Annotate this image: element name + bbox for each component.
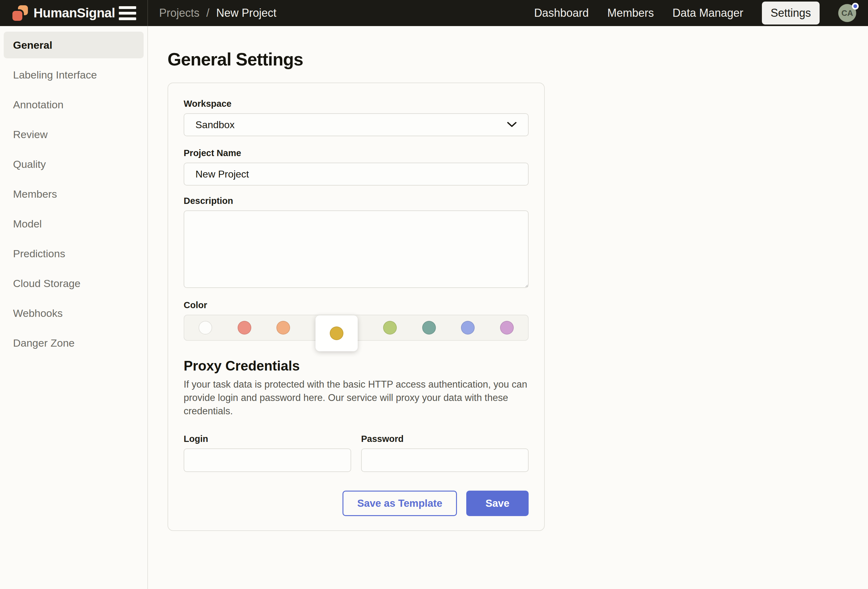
settings-sidebar: General Labeling Interface Annotation Re… [0, 26, 148, 589]
color-label: Color [184, 300, 528, 310]
sidebar-item-review[interactable]: Review [4, 121, 144, 148]
brand-name: HumanSignal [34, 6, 115, 21]
topbar-nav: Dashboard Members Data Manager Settings … [534, 1, 868, 25]
project-name-input[interactable] [184, 163, 528, 186]
password-label: Password [361, 434, 528, 444]
avatar-initials: CA [841, 8, 853, 18]
sidebar-item-webhooks[interactable]: Webhooks [4, 300, 144, 327]
breadcrumb-current: New Project [216, 6, 276, 19]
color-swatch-selected-box[interactable] [316, 315, 358, 351]
workspace-label: Workspace [184, 99, 528, 109]
color-swatch-teal[interactable] [422, 321, 436, 334]
workspace-select-value: Sandbox [195, 119, 235, 131]
workspace-select[interactable]: Sandbox [184, 113, 528, 136]
sidebar-item-general[interactable]: General [4, 32, 144, 58]
sidebar-item-danger-zone[interactable]: Danger Zone [4, 330, 144, 356]
breadcrumb-projects[interactable]: Projects [159, 6, 199, 19]
proxy-credentials-description: If your task data is protected with the … [184, 378, 528, 418]
sidebar-item-quality[interactable]: Quality [4, 151, 144, 178]
save-as-template-button[interactable]: Save as Template [342, 491, 457, 516]
humansignal-logo-icon [12, 5, 28, 21]
color-swatch-yellow-selected[interactable] [330, 327, 343, 340]
sidebar-item-members[interactable]: Members [4, 181, 144, 207]
nav-data-manager[interactable]: Data Manager [673, 6, 743, 19]
password-input[interactable] [361, 448, 528, 472]
sidebar-item-model[interactable]: Model [4, 210, 144, 237]
breadcrumb-separator: / [206, 6, 210, 19]
color-swatch-row [184, 315, 528, 341]
nav-members[interactable]: Members [607, 6, 654, 19]
main-content: General Settings Workspace Sandbox Proje… [148, 26, 868, 589]
menu-icon[interactable] [119, 4, 136, 22]
color-swatch-salmon[interactable] [238, 321, 251, 334]
general-settings-card: Workspace Sandbox Project Name Descripti… [168, 83, 545, 531]
save-button[interactable]: Save [466, 491, 528, 516]
color-swatch-orange[interactable] [276, 321, 290, 334]
topbar-brand-section: HumanSignal [0, 0, 148, 26]
login-input[interactable] [184, 448, 351, 472]
color-swatch-periwinkle[interactable] [461, 321, 475, 334]
login-label: Login [184, 434, 351, 444]
color-swatch-orchid[interactable] [500, 321, 514, 334]
description-textarea[interactable] [184, 210, 528, 288]
nav-dashboard[interactable]: Dashboard [534, 6, 589, 19]
avatar[interactable]: CA [838, 4, 856, 22]
sidebar-item-annotation[interactable]: Annotation [4, 91, 144, 118]
description-label: Description [184, 196, 528, 206]
top-bar: HumanSignal Projects / New Project Dashb… [0, 0, 868, 26]
notification-dot [852, 3, 859, 10]
form-actions: Save as Template Save [184, 491, 528, 516]
project-name-label: Project Name [184, 148, 528, 158]
nav-settings[interactable]: Settings [762, 1, 819, 25]
color-swatch-green[interactable] [383, 321, 397, 334]
color-swatch-white[interactable] [199, 321, 212, 334]
proxy-credentials-title: Proxy Credentials [184, 358, 528, 374]
sidebar-item-labeling-interface[interactable]: Labeling Interface [4, 61, 144, 88]
page-title: General Settings [168, 49, 868, 70]
sidebar-item-predictions[interactable]: Predictions [4, 240, 144, 267]
breadcrumb: Projects / New Project [159, 6, 276, 19]
chevron-down-icon [507, 121, 517, 128]
sidebar-item-cloud-storage[interactable]: Cloud Storage [4, 270, 144, 297]
humansignal-logo[interactable]: HumanSignal [12, 5, 115, 21]
